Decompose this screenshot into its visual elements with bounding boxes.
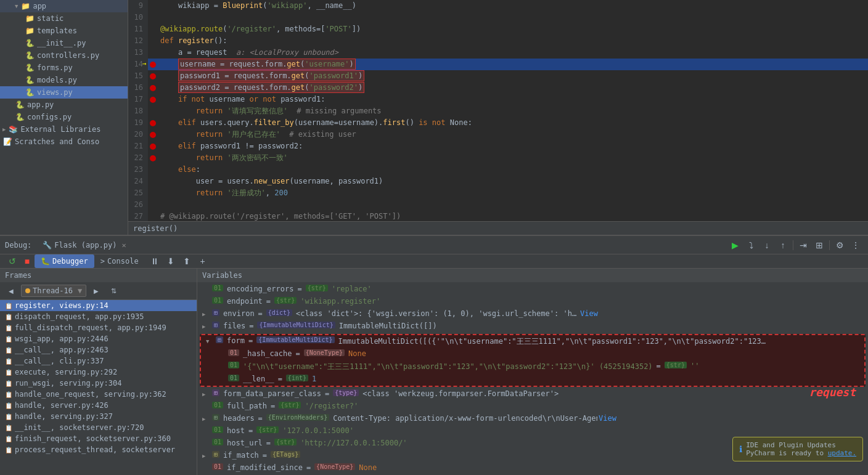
sidebar-item-controllers[interactable]: 🐍 controllers.py	[0, 49, 128, 62]
add-button[interactable]: +	[195, 254, 210, 268]
debug-tabs-row: ↺ ■ 🐛 Debugger > Console ⏸ ⬇ ⬆ +	[0, 254, 868, 269]
var-item-form-raw[interactable]: 01 '{"\n\t"username":"王三三1111","\n\t"pas…	[201, 360, 864, 373]
pause-button[interactable]: ⏸	[147, 254, 162, 268]
update-link[interactable]: update.	[828, 449, 856, 457]
settings-button[interactable]: ⚙	[832, 238, 847, 252]
code-area[interactable]: 9 wikiapp = Blueprint('wikiapp', __name_…	[128, 0, 868, 221]
var-item-full-path[interactable]: 01 full_path = {str} '/register?'	[197, 400, 868, 413]
sidebar-item-init[interactable]: 🐍 __init__.py	[0, 37, 128, 49]
code-line-19: 19 elif users.query.filter_by(username=u…	[128, 117, 868, 129]
code-line-12: 12 def register():	[128, 35, 868, 47]
var-item-environ[interactable]: ⊞ environ = {dict} <class 'dict'>: {'wsg…	[197, 308, 868, 320]
frame-item-11[interactable]: 📋 __init__, socketserver.py:720	[0, 422, 197, 433]
var-item-files[interactable]: ⊞ files = {ImmutableMultiDict} Immutable…	[197, 320, 868, 333]
frame-item-12[interactable]: 📋 finish_request, socketserver.py:360	[0, 433, 197, 444]
sidebar-item-app[interactable]: 📁 app	[0, 0, 128, 12]
var-item-host[interactable]: 01 host = {str} '127.0.0.1:5000'	[197, 425, 868, 437]
frame-item-4[interactable]: 📋 __call__, app.py:2463	[0, 344, 197, 355]
var-item-encoding-errors[interactable]: 01 encoding_errors = {str} 'replace'	[197, 283, 868, 296]
frame-icon: 📋	[5, 336, 12, 343]
expand-icon[interactable]	[202, 309, 211, 318]
file-icon: 🐍	[25, 51, 35, 60]
sidebar-item-scratches[interactable]: 📝 Scratches and Conso	[0, 136, 128, 148]
type-badge-inline: {str}	[274, 297, 297, 304]
thread-selector[interactable]: Thread-16 ▼	[21, 285, 86, 297]
step-out-button[interactable]: ↑	[776, 238, 790, 252]
frame-label: full_dispatch_request, app.py:1949	[15, 323, 166, 332]
expand-icon[interactable]	[202, 322, 211, 330]
frame-item-10[interactable]: 📋 handle, serving.py:327	[0, 411, 197, 422]
expand-icon[interactable]	[202, 414, 211, 423]
frame-item-5[interactable]: 📋 __call__, cli.py:337	[0, 355, 197, 367]
code-content: password2 = request.form.get('password2'…	[158, 82, 868, 94]
tab-flask[interactable]: 🔧 Flask (app.py) ✕	[36, 238, 132, 252]
thread-next-button[interactable]: ▶	[89, 284, 104, 298]
tab-console[interactable]: > Console	[94, 254, 145, 268]
down-button[interactable]: ⬇	[163, 254, 178, 268]
sidebar-item-forms[interactable]: 🐍 forms.py	[0, 62, 128, 74]
expand-icon[interactable]	[202, 451, 211, 460]
view-link[interactable]: View	[580, 309, 863, 318]
breakpoint-area	[148, 164, 158, 176]
expand-icon[interactable]	[202, 389, 211, 398]
line-number: 20	[128, 129, 148, 140]
type-badge-inline: {str}	[279, 402, 301, 408]
thread-prev-button[interactable]: ◀	[4, 284, 18, 298]
type-badge: ⊞	[216, 336, 223, 343]
frame-item-1[interactable]: 📋 dispatch_request, app.py:1935	[0, 311, 197, 322]
sort-button[interactable]: ⇅	[106, 284, 121, 298]
step-over-button[interactable]: ⤵	[743, 238, 758, 252]
sidebar-item-static[interactable]: 📁 static	[0, 12, 128, 25]
frame-item-13[interactable]: 📋 process_request_thread, socketserver	[0, 444, 197, 455]
close-tab-icon[interactable]: ✕	[122, 241, 126, 250]
var-item-endpoint[interactable]: 01 endpoint = {str} 'wikiapp.register'	[197, 296, 868, 308]
run-to-cursor-button[interactable]: ⇥	[796, 238, 811, 252]
breakpoint-marker	[150, 73, 156, 79]
step-into-button[interactable]: ↓	[760, 238, 774, 252]
restart-button[interactable]: ↺	[5, 254, 20, 268]
var-item-headers[interactable]: ⊞ headers = {EnvironHeaders} Content-Typ…	[197, 413, 868, 425]
frame-item-6[interactable]: 📋 execute, serving.py:292	[0, 367, 197, 378]
sidebar-item-apppy[interactable]: 🐍 app.py	[0, 99, 128, 111]
sidebar-label-external: External Libraries	[20, 125, 100, 134]
type-badge-inline: {type}	[333, 389, 359, 396]
var-item-form[interactable]: ⊞ form = {ImmutableMultiDict} ImmutableM…	[201, 335, 864, 348]
separator	[829, 240, 830, 250]
sidebar-item-models[interactable]: 🐍 models.py	[0, 74, 128, 86]
expand-icon[interactable]	[206, 336, 215, 345]
sidebar-item-templates[interactable]: 📁 templates	[0, 25, 128, 37]
frame-label: handle, serving.py:327	[15, 412, 113, 421]
more-button[interactable]: ⋮	[848, 238, 863, 252]
stop-button[interactable]: ■	[20, 254, 35, 268]
frame-item-8[interactable]: 📋 handle_one_request, serving.py:362	[0, 389, 197, 400]
code-line-11: 11 @wikiapp.route('/register', methods=[…	[128, 23, 868, 35]
thread-status-dot	[25, 288, 30, 293]
folder-icon: 📁	[25, 26, 35, 36]
up-button[interactable]: ⬆	[179, 254, 194, 268]
code-line-17: 17 if not username or not password1:	[128, 94, 868, 105]
line-number: 17	[128, 94, 148, 105]
sidebar-item-external-libs[interactable]: 📚 External Libraries	[0, 123, 128, 136]
frame-item-9[interactable]: 📋 handle, server.py:426	[0, 400, 197, 411]
resume-button[interactable]: ▶	[727, 238, 742, 252]
type-badge: 01	[212, 463, 223, 470]
type-badge-inline: {str}	[665, 362, 687, 368]
frame-item-3[interactable]: 📋 wsgi_app, app.py:2446	[0, 333, 197, 344]
frame-item-0[interactable]: 📋 register, views.py:14	[0, 300, 197, 311]
tab-debugger[interactable]: 🐛 Debugger	[35, 254, 94, 268]
frame-item-7[interactable]: 📋 run_wsgi, serving.py:304	[0, 378, 197, 389]
breakpoint-area	[148, 35, 158, 47]
frame-item-2[interactable]: 📋 full_dispatch_request, app.py:1949	[0, 322, 197, 333]
sidebar-item-configs[interactable]: 🐍 configs.py	[0, 111, 128, 123]
code-content: elif users.query.filter_by(username=user…	[158, 117, 868, 129]
var-item-if-modified-since[interactable]: 01 if_modified_since = {NoneType} None	[197, 462, 868, 474]
sidebar-item-views[interactable]: 🐍 views.py	[0, 86, 128, 99]
view-link[interactable]: View	[599, 414, 863, 423]
frame-label: run_wsgi, serving.py:304	[15, 379, 121, 388]
var-item-hash-cache[interactable]: 01 _hash_cache = {NoneType} None	[201, 348, 864, 360]
sidebar-label-views: views.py	[37, 88, 73, 97]
var-item-len[interactable]: 01 __len__ = {int} 1	[201, 373, 864, 386]
type-badge-inline: {EnvironHeaders}	[266, 414, 329, 421]
var-item-form-data-parser[interactable]: ⊞ form_data_parser_class = {type} <class…	[197, 388, 868, 400]
evaluate-button[interactable]: ⊞	[812, 238, 827, 252]
